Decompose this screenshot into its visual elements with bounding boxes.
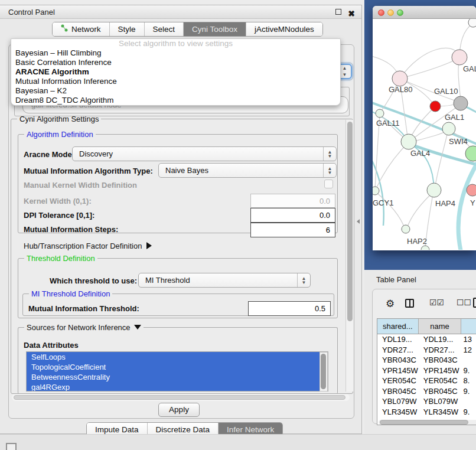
network-node-bottom-partial[interactable] <box>421 246 429 250</box>
hub-definition-expander[interactable]: Hub/Transcription Factor Definition <box>24 242 152 250</box>
partial-toolbar-icon[interactable] <box>6 443 17 450</box>
node-label-gal-right: GAL <box>463 64 476 73</box>
attribute-item[interactable]: gal4RGexp <box>27 382 328 392</box>
combo-stepper-icon[interactable]: ▲▼ <box>323 164 336 177</box>
table-panel-title: Table Panel <box>376 275 416 284</box>
data-attributes-list[interactable]: SelfLoopsTopologicalCoefficientBetweenne… <box>26 351 328 392</box>
mi-algorithm-type-value: Naive Bayes <box>165 164 208 178</box>
network-node-gcy1[interactable] <box>373 187 379 195</box>
node-label-gal11: GAL11 <box>376 119 400 128</box>
table-row[interactable]: YLR345WYLR345W9. <box>377 407 476 418</box>
close-icon[interactable]: ✖ <box>348 7 355 21</box>
tab-network[interactable]: Network <box>53 22 110 36</box>
table-row[interactable]: YDR27...YDR27...12 <box>377 345 476 356</box>
table-row[interactable]: YBL079WYBL079W <box>377 396 476 407</box>
algorithm-option[interactable]: Mutual Information Inference <box>11 77 340 86</box>
network-node-gal10[interactable] <box>454 96 468 110</box>
table-cell: YIL052C <box>377 417 419 419</box>
algorithm-popup: Select algorithm to view settings Bayesi… <box>11 38 341 106</box>
zoom-traffic-light-icon[interactable] <box>397 9 403 16</box>
node-label-gal1: GAL1 <box>445 113 464 122</box>
column-layout-icon[interactable] <box>405 299 414 308</box>
manual-kernel-width-checkbox[interactable] <box>324 180 333 188</box>
table-row[interactable]: YPR145WYPR145W9. <box>377 366 476 376</box>
table-cell: 9. <box>461 386 476 397</box>
settings-gear-icon[interactable]: ⚙ <box>386 298 395 310</box>
scrollbar-thumb[interactable] <box>347 122 353 321</box>
column-header[interactable] <box>461 319 476 334</box>
tab-jactivemnodules[interactable]: jActiveMNodules <box>246 22 322 36</box>
attributes-scrollbar[interactable] <box>319 352 328 392</box>
tab-style[interactable]: Style <box>110 22 145 36</box>
network-window-titlebar[interactable] <box>373 6 476 19</box>
close-traffic-light-icon[interactable] <box>378 9 384 16</box>
mi-algorithm-type-combobox[interactable]: Naive Bayes ▲▼ <box>158 163 337 178</box>
network-node-hap2[interactable] <box>402 225 410 233</box>
network-node-selected-red[interactable] <box>430 101 441 112</box>
apply-button[interactable]: Apply <box>158 403 200 417</box>
table-panel-region: Table Panel ⚙ ☑☑ ☐☐ shared...name YDL19.… <box>364 270 476 434</box>
scrollbar-thumb[interactable] <box>14 395 345 400</box>
table-row[interactable]: YIL052CYIL052C9 <box>377 417 476 419</box>
network-node-top-partial[interactable] <box>468 19 476 27</box>
table-cell <box>461 355 476 366</box>
network-node-gal1[interactable] <box>442 122 455 135</box>
algorithm-option[interactable]: Bayesian – Hill Climbing <box>11 48 340 58</box>
kernel-width-field[interactable]: 0.0 <box>250 194 335 208</box>
tab-select[interactable]: Select <box>145 22 184 36</box>
combo-stepper-icon[interactable]: ▲▼ <box>323 147 336 161</box>
table-cell: YBR043C <box>377 355 419 366</box>
float-window-icon[interactable] <box>335 9 341 15</box>
combo-stepper-icon[interactable]: ▲▼ <box>297 273 310 287</box>
expander-right-icon[interactable] <box>146 242 152 249</box>
table-horizontal-scrollbar[interactable] <box>379 420 476 425</box>
network-node-gal11[interactable] <box>376 109 384 118</box>
table-row[interactable]: YDL19...YDL19...13 <box>377 334 476 345</box>
scrollbar-thumb[interactable] <box>321 354 326 389</box>
algorithm-option[interactable]: Dream8 DC_TDC Algorithm <box>11 96 340 105</box>
dpi-tolerance-field[interactable]: 0.0 <box>250 208 335 223</box>
column-header[interactable]: name <box>419 319 462 334</box>
algorithm-option[interactable]: ARACNE Algorithm <box>11 67 340 77</box>
attribute-item[interactable]: SelfLoops <box>27 352 328 362</box>
network-node-gal-right[interactable] <box>452 50 467 65</box>
settings-vertical-scrollbar[interactable] <box>345 120 353 392</box>
table-cell: YDL19... <box>419 334 462 345</box>
network-node-gal4[interactable] <box>401 134 416 149</box>
tab-cyni-toolbox[interactable]: Cyni Toolbox <box>184 22 246 36</box>
scrollbar-thumb[interactable] <box>380 420 468 425</box>
column-header[interactable]: shared... <box>377 319 419 334</box>
table-cell: YIL052C <box>419 417 462 419</box>
settings-horizontal-scrollbar[interactable] <box>12 394 350 401</box>
new-document-icon[interactable] <box>473 298 476 308</box>
node-label-gal10: GAL10 <box>434 87 458 96</box>
aracne-mode-combobox[interactable]: Discovery ▲▼ <box>72 146 337 161</box>
table-row[interactable]: YBR045CYBR045C9. <box>377 386 476 397</box>
algorithm-option[interactable]: Bayesian – K2 <box>11 86 340 96</box>
hub-definition-label: Hub/Transcription Factor Definition <box>24 242 142 250</box>
network-node-gal80[interactable] <box>392 71 407 86</box>
minimize-traffic-light-icon[interactable] <box>387 9 394 16</box>
deselect-checkboxes-icon[interactable]: ☐☐ <box>457 298 471 307</box>
table-row[interactable]: YBR043CYBR043C <box>377 355 476 366</box>
network-node-swi4[interactable] <box>465 146 476 161</box>
table-row[interactable]: YER054CYER054C8. <box>377 376 476 386</box>
attribute-item[interactable]: BetweennessCentrality <box>27 372 328 382</box>
tab-label: Style <box>118 22 136 36</box>
which-threshold-combobox[interactable]: MI Threshold ▲▼ <box>138 273 311 288</box>
attribute-item[interactable]: TopologicalCoefficient <box>27 362 328 372</box>
network-canvas[interactable]: GALGAL80GAL10GAL1GAL11GAL4SWI4GCY1HAP4YH… <box>373 19 476 250</box>
collapse-down-icon[interactable] <box>134 325 141 330</box>
network-node-salmon-right[interactable] <box>467 184 476 196</box>
panel-collapse-handle[interactable] <box>357 219 360 224</box>
select-all-checkboxes-icon[interactable]: ☑☑ <box>429 298 444 307</box>
table-cell: YDR27... <box>419 345 462 356</box>
table-cell: YLR345W <box>377 407 419 418</box>
mi-steps-field[interactable]: 6 <box>250 223 335 237</box>
mi-threshold-field[interactable]: 0.5 <box>248 301 331 316</box>
algorithm-option[interactable]: Basic Correlation Inference <box>11 58 340 67</box>
node-label-gcy1: GCY1 <box>373 198 393 207</box>
network-node-hap4[interactable] <box>427 183 441 197</box>
tab-label: Select <box>153 22 175 36</box>
table-cell: YBL079W <box>377 396 419 407</box>
